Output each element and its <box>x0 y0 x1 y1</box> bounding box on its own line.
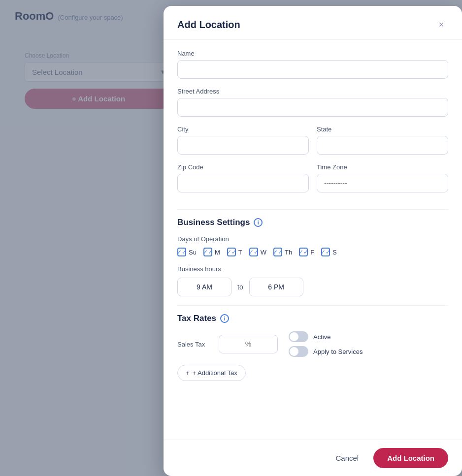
name-group: Name <box>177 50 448 79</box>
hours-row: to <box>177 278 448 296</box>
zip-group: Zip Code <box>177 163 309 192</box>
name-input[interactable] <box>177 60 448 79</box>
modal-header: Add Location × <box>164 6 462 40</box>
active-toggle[interactable] <box>289 331 308 342</box>
tax-rates-info-icon[interactable]: i <box>220 314 229 323</box>
tax-rates-title: Tax Rates i <box>177 314 448 323</box>
active-toggle-row: Active <box>289 331 363 342</box>
day-th[interactable]: ✓ Th <box>273 248 292 256</box>
tax-rates-label: Tax Rates <box>177 314 216 323</box>
day-f[interactable]: ✓ F <box>299 248 314 256</box>
state-label: State <box>317 126 448 133</box>
day-w-label: W <box>261 249 266 256</box>
sales-tax-label: Sales Tax <box>177 341 212 348</box>
city-label: City <box>177 126 309 133</box>
city-state-row: City State <box>177 126 448 163</box>
modal-overlay: Add Location × Name Street Address City <box>0 0 462 476</box>
day-m-checkbox[interactable]: ✓ <box>203 248 212 256</box>
day-su[interactable]: ✓ Su <box>177 248 197 256</box>
day-m-label: M <box>215 249 220 256</box>
hours-start-input[interactable] <box>177 278 231 296</box>
state-input[interactable] <box>317 136 448 155</box>
additional-tax-label: + Additional Tax <box>193 369 237 377</box>
day-su-label: Su <box>189 249 197 256</box>
day-f-checkbox[interactable]: ✓ <box>299 248 308 256</box>
close-button[interactable]: × <box>434 18 448 32</box>
timezone-label: Time Zone <box>317 163 448 171</box>
day-s[interactable]: ✓ S <box>321 248 337 256</box>
additional-tax-button[interactable]: + + Additional Tax <box>177 365 246 381</box>
business-settings-label: Business Settings <box>177 218 250 227</box>
day-su-checkbox[interactable]: ✓ <box>177 248 186 256</box>
zip-label: Zip Code <box>177 163 309 171</box>
divider-1 <box>177 209 448 210</box>
add-location-button[interactable]: Add Location <box>373 448 448 468</box>
street-group: Street Address <box>177 88 448 117</box>
days-row: ✓ Su ✓ M ✓ T ✓ W ✓ Th <box>177 248 448 256</box>
hours-to-text: to <box>237 283 243 291</box>
modal-body: Name Street Address City State <box>164 40 462 440</box>
street-input[interactable] <box>177 98 448 117</box>
cancel-button[interactable]: Cancel <box>328 449 366 467</box>
active-toggle-label: Active <box>313 333 330 341</box>
divider-2 <box>177 305 448 306</box>
day-t-label: T <box>238 249 242 256</box>
business-settings-title: Business Settings i <box>177 218 448 227</box>
sales-tax-row: Sales Tax Active Apply to Services <box>177 331 448 357</box>
day-s-checkbox[interactable]: ✓ <box>321 248 330 256</box>
days-label: Days of Operation <box>177 235 448 243</box>
zip-input[interactable] <box>177 174 309 192</box>
day-t-checkbox[interactable]: ✓ <box>227 248 236 256</box>
apply-to-services-toggle-row: Apply to Services <box>289 346 363 357</box>
day-th-checkbox[interactable]: ✓ <box>273 248 282 256</box>
day-m[interactable]: ✓ M <box>203 248 220 256</box>
zip-timezone-row: Zip Code Time Zone <box>177 163 448 201</box>
city-group: City <box>177 126 309 155</box>
day-f-label: F <box>310 249 314 256</box>
timezone-group: Time Zone <box>317 163 448 192</box>
day-w-checkbox[interactable]: ✓ <box>249 248 258 256</box>
sales-tax-input[interactable] <box>219 335 278 353</box>
business-settings-info-icon[interactable]: i <box>254 218 263 227</box>
apply-to-services-toggle[interactable] <box>289 346 308 357</box>
tax-toggles: Active Apply to Services <box>289 331 363 357</box>
name-label: Name <box>177 50 448 57</box>
day-w[interactable]: ✓ W <box>249 248 266 256</box>
day-t[interactable]: ✓ T <box>227 248 242 256</box>
additional-tax-icon: + <box>186 369 190 377</box>
modal-title: Add Location <box>177 19 240 31</box>
timezone-input[interactable] <box>317 174 448 192</box>
apply-to-services-label: Apply to Services <box>313 348 363 355</box>
hours-label: Business hours <box>177 265 448 273</box>
add-location-modal: Add Location × Name Street Address City <box>164 6 462 476</box>
hours-end-input[interactable] <box>249 278 303 296</box>
street-label: Street Address <box>177 88 448 95</box>
city-input[interactable] <box>177 136 309 155</box>
modal-footer: Cancel Add Location <box>164 440 462 476</box>
day-s-label: S <box>332 249 337 256</box>
day-th-label: Th <box>285 249 292 256</box>
state-group: State <box>317 126 448 155</box>
